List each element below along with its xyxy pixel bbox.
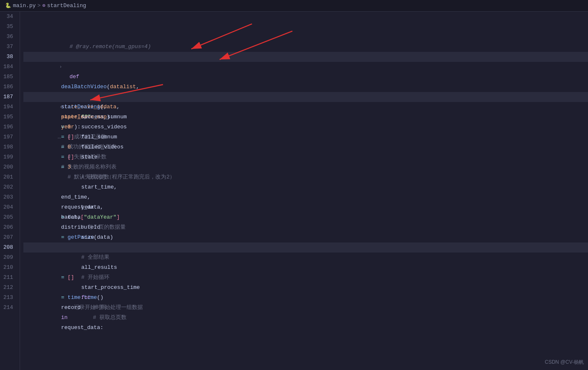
- code-line-185: [23, 72, 588, 82]
- ln-38: 38: [3, 52, 16, 62]
- ln-187: 187: [3, 92, 16, 102]
- code-line-205: # 每一页的数据量: [23, 212, 588, 222]
- ln-202: 202: [3, 182, 16, 192]
- ln-195: 195: [3, 112, 16, 122]
- code-line-196: fail_sumnum = 0 # 失败的记录数: [23, 122, 588, 132]
- code-lines: # @ray.remote(num_gpus=4) @ray.remote(nu…: [20, 12, 588, 370]
- ln-206: 206: [3, 222, 16, 232]
- func-icon: ⊙: [42, 3, 45, 9]
- code-line-38: › def dealBatchVideo(datalist, projectId…: [23, 52, 588, 62]
- code-line-211: start_process_time = time.time() # 记录开始时…: [23, 273, 588, 283]
- ln-203: 203: [3, 192, 16, 202]
- breadcrumb: 🐍 main.py > ⊙ startDealing: [0, 0, 588, 12]
- code-line-36: # @ray.remote(num_gpus=4): [23, 32, 588, 42]
- ln-198: 198: [3, 142, 16, 152]
- code-line-200: # 获取参数: [23, 162, 588, 172]
- breadcrumb-file: main.py: [13, 3, 36, 9]
- ln-209: 209: [3, 253, 16, 263]
- code-line-198: state = 3 # 默认失败状态（程序正常跑完后，改为2）: [23, 142, 588, 152]
- ln-186: 186: [3, 82, 16, 92]
- code-line-197: failed_videos = [] # 失败的视频名称列表: [23, 132, 588, 142]
- ln-212: 212: [3, 283, 16, 293]
- ln-36: 36: [3, 32, 16, 42]
- code-line-212: for record in request_data:: [23, 283, 588, 293]
- ln-184: 184: [3, 62, 16, 72]
- ln-200: 200: [3, 162, 16, 172]
- lines-wrapper: 34 35 36 37 38 184 185 186 187 194 195 1…: [0, 12, 588, 370]
- code-line-34: [23, 12, 588, 22]
- code-line-201: start_time, end_time, request_data, batc…: [23, 172, 588, 182]
- ln-201: 201: [3, 172, 16, 182]
- code-line-208: # 全部结果: [23, 242, 588, 253]
- ln-214: 214: [3, 303, 16, 313]
- code-line-202: [23, 182, 588, 192]
- ln-37: 37: [3, 42, 16, 52]
- ln-213: 213: [3, 293, 16, 303]
- watermark: CSDN @CV-杨帆: [545, 359, 584, 366]
- code-line-199: [23, 152, 588, 162]
- code-line-207: [23, 232, 588, 242]
- ln-205: 205: [3, 212, 16, 222]
- line-numbers: 34 35 36 37 38 184 185 186 187 194 195 1…: [0, 12, 20, 370]
- code-line-186: def startDealing(data, state_save_map):: [23, 82, 588, 92]
- ln-35: 35: [3, 22, 16, 32]
- code-line-213: # 开始处理一组数据: [23, 293, 588, 303]
- code-line-37: @ray.remote(num_gpus=0.125,num_cpus=4): [23, 42, 588, 52]
- code-line-184: [23, 62, 588, 72]
- code-line-194: success_sumnum = 0 # 成功的记录数: [23, 102, 588, 112]
- code-line-195: success_videos = [] # 成功的视频名称列表: [23, 112, 588, 122]
- ln-196: 196: [3, 122, 16, 132]
- code-line-214: # 获取总页数: [23, 303, 588, 313]
- ln-34: 34: [3, 12, 16, 22]
- ln-211: 211: [3, 273, 16, 283]
- breadcrumb-func: startDealing: [47, 3, 86, 9]
- code-line-35: [23, 22, 588, 32]
- ln-185: 185: [3, 72, 16, 82]
- code-line-203: year = data["dataYear"]: [23, 192, 588, 202]
- ln-210: 210: [3, 263, 16, 273]
- ln-208: 208: [3, 242, 16, 253]
- editor-container: 🐍 main.py > ⊙ startDealing 34 35 36 37 3…: [0, 0, 588, 370]
- code-line-210: # 开始循环: [23, 263, 588, 273]
- ln-204: 204: [3, 202, 16, 212]
- code-line-187: › """...: [23, 92, 588, 102]
- file-icon: 🐍: [5, 3, 11, 9]
- code-line-204: [23, 202, 588, 212]
- code-area: 34 35 36 37 38 184 185 186 187 194 195 1…: [0, 12, 588, 370]
- code-line-209: all_results = []: [23, 253, 588, 263]
- ln-197: 197: [3, 132, 16, 142]
- breadcrumb-sep1: >: [38, 3, 41, 9]
- code-line-206: size = 25: [23, 222, 588, 232]
- ln-207: 207: [3, 232, 16, 242]
- ln-199: 199: [3, 152, 16, 162]
- ln-194: 194: [3, 102, 16, 112]
